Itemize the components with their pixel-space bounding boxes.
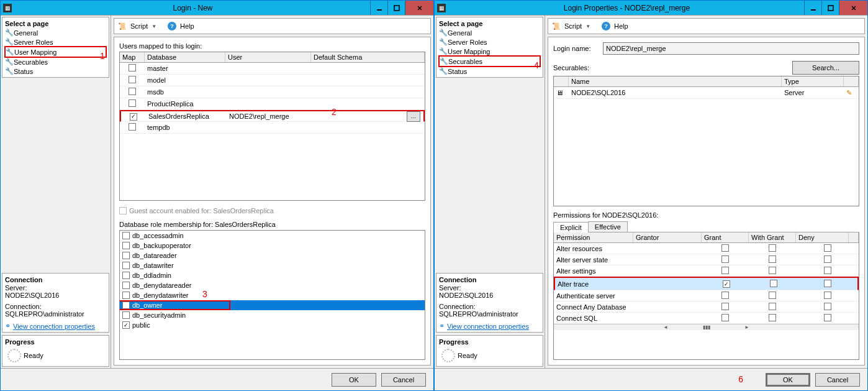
grant-checkbox[interactable]: [721, 314, 729, 321]
map-checkbox[interactable]: [129, 123, 136, 131]
role-item[interactable]: db_owner: [119, 300, 230, 310]
role-item[interactable]: public: [120, 320, 425, 330]
cancel-button[interactable]: Cancel: [815, 373, 860, 387]
table-row[interactable]: ProductReplica: [120, 98, 425, 110]
help-button[interactable]: Help: [614, 22, 628, 30]
table-row[interactable]: model: [120, 75, 425, 86]
withgrant-checkbox[interactable]: [770, 280, 777, 287]
withgrant-checkbox[interactable]: [769, 244, 776, 252]
deny-checkbox[interactable]: [824, 280, 831, 287]
map-checkbox[interactable]: [129, 76, 136, 83]
grant-checkbox[interactable]: [721, 244, 729, 252]
deny-checkbox[interactable]: [824, 267, 831, 274]
map-checkbox[interactable]: [130, 113, 137, 121]
role-item[interactable]: db_ddladmin: [120, 270, 425, 280]
maximize-button[interactable]: [821, 1, 839, 15]
tab-explicit[interactable]: Explicit: [553, 222, 589, 232]
page-status[interactable]: 🔧Status: [439, 67, 540, 76]
page-user-mapping[interactable]: 🔧User Mapping: [439, 47, 540, 56]
tab-effective[interactable]: Effective: [588, 221, 628, 232]
role-checkbox[interactable]: [122, 321, 130, 329]
grant-checkbox[interactable]: [721, 267, 729, 274]
ok-button[interactable]: OK: [332, 373, 376, 387]
roles-list[interactable]: db_accessadmin db_backupoperator db_data…: [119, 230, 425, 360]
role-checkbox[interactable]: [122, 282, 130, 289]
page-general[interactable]: 🔧General: [5, 28, 106, 37]
cancel-button[interactable]: Cancel: [381, 373, 426, 387]
close-button[interactable]: [405, 1, 433, 15]
titlebar[interactable]: ▦ Login - New: [1, 1, 433, 15]
page-status[interactable]: 🔧Status: [5, 67, 106, 76]
close-button[interactable]: [839, 1, 867, 15]
page-server-roles[interactable]: 🔧Server Roles: [439, 37, 540, 47]
table-row[interactable]: tempdb: [120, 122, 425, 134]
page-general[interactable]: 🔧General: [439, 28, 540, 37]
withgrant-checkbox[interactable]: [769, 267, 776, 274]
help-button[interactable]: Help: [180, 22, 194, 30]
role-item[interactable]: db_securityadmin: [120, 310, 425, 320]
maximize-button[interactable]: [387, 1, 405, 15]
map-checkbox[interactable]: [129, 99, 136, 107]
role-checkbox[interactable]: [122, 301, 130, 309]
horizontal-scrollbar[interactable]: ◄ ▮▮▮ ►: [554, 324, 859, 330]
user-mapping-grid[interactable]: Map Database User Default Schema master …: [119, 52, 425, 201]
minimize-button[interactable]: [804, 1, 821, 15]
role-item[interactable]: db_backupoperator: [120, 241, 425, 251]
deny-checkbox[interactable]: [824, 314, 831, 321]
page-server-roles[interactable]: 🔧Server Roles: [5, 37, 106, 47]
table-row[interactable]: master: [120, 63, 425, 75]
script-dropdown-icon[interactable]: ▼: [585, 24, 590, 29]
map-checkbox[interactable]: [129, 88, 136, 95]
page-securables[interactable]: 🔧Securables: [5, 57, 106, 67]
deny-checkbox[interactable]: [824, 255, 831, 263]
deny-checkbox[interactable]: [824, 303, 831, 310]
role-checkbox[interactable]: [122, 252, 130, 259]
perm-row[interactable]: Authenticate server: [554, 290, 859, 301]
page-securables[interactable]: 🔧Securables: [438, 55, 541, 67]
role-checkbox[interactable]: [122, 272, 130, 279]
ok-button[interactable]: OK: [766, 373, 810, 387]
schema-browse-button[interactable]: …: [407, 111, 420, 122]
search-button[interactable]: Search...: [792, 61, 859, 75]
titlebar[interactable]: ▦ Login Properties - NODE2\repl_merge: [435, 1, 867, 15]
map-checkbox[interactable]: [129, 64, 136, 71]
withgrant-checkbox[interactable]: [769, 255, 776, 263]
grant-checkbox[interactable]: [721, 292, 729, 299]
table-row[interactable]: msdb: [120, 86, 425, 98]
deny-checkbox[interactable]: [824, 244, 831, 252]
page-user-mapping[interactable]: 🔧User Mapping: [4, 46, 107, 58]
table-row[interactable]: SalesOrdersReplicaNODE2\repl_merge…: [120, 110, 425, 122]
withgrant-checkbox[interactable]: [769, 314, 776, 321]
role-checkbox[interactable]: [122, 242, 130, 249]
withgrant-checkbox[interactable]: [769, 292, 776, 299]
view-connection-properties[interactable]: ⚭View connection properties: [5, 321, 106, 331]
role-item[interactable]: db_denydatareader: [120, 280, 425, 290]
table-row[interactable]: 🖥 NODE2\SQL2016 Server ✎: [554, 87, 859, 99]
perm-row[interactable]: Alter server state: [554, 254, 859, 265]
grant-checkbox[interactable]: [721, 303, 729, 310]
securables-grid[interactable]: Name Type 🖥 NODE2\SQL2016 Server ✎: [553, 76, 859, 206]
perm-row[interactable]: Alter settings: [554, 265, 859, 277]
withgrant-checkbox[interactable]: [769, 303, 776, 310]
role-checkbox[interactable]: [122, 292, 130, 299]
grant-checkbox[interactable]: [721, 255, 729, 263]
role-item[interactable]: db_accessadmin: [120, 231, 425, 241]
perm-row[interactable]: Connect SQL: [554, 313, 859, 324]
role-checkbox[interactable]: [122, 262, 130, 269]
permissions-grid[interactable]: Permission Grantor Grant With Grant Deny…: [553, 232, 859, 360]
role-item[interactable]: db_denydatawriter: [120, 290, 425, 300]
role-item[interactable]: db_datareader: [120, 251, 425, 260]
view-connection-properties[interactable]: ⚭View connection properties: [439, 321, 540, 331]
perm-row[interactable]: Alter resources: [554, 243, 859, 254]
perm-row[interactable]: Alter trace: [554, 277, 859, 290]
script-button[interactable]: Script: [130, 22, 148, 30]
role-checkbox[interactable]: [122, 311, 130, 319]
role-item[interactable]: db_datawriter: [120, 260, 425, 270]
perm-row[interactable]: Connect Any Database: [554, 301, 859, 313]
deny-checkbox[interactable]: [824, 292, 831, 299]
minimize-button[interactable]: [370, 1, 387, 15]
grant-checkbox[interactable]: [723, 280, 730, 288]
role-checkbox[interactable]: [122, 232, 130, 239]
new-query-icon[interactable]: ✎: [846, 89, 852, 96]
script-button[interactable]: Script: [564, 22, 582, 30]
